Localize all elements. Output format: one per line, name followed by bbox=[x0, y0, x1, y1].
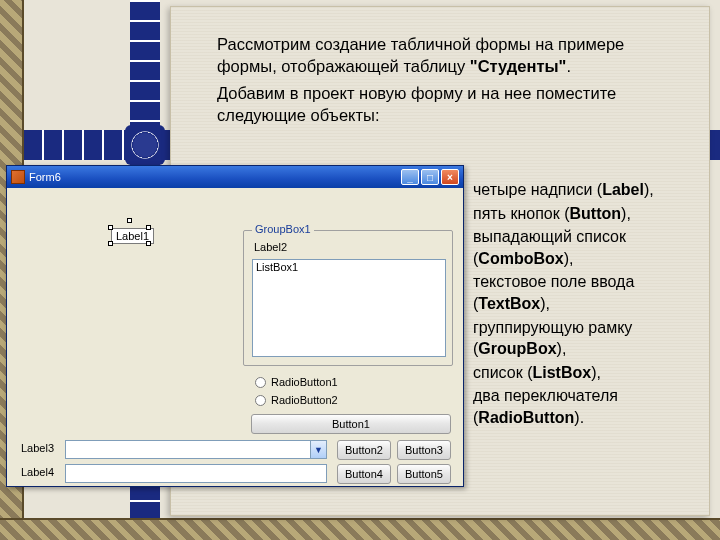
maximize-button[interactable]: □ bbox=[421, 169, 439, 185]
window-title: Form6 bbox=[29, 171, 399, 183]
listbox1[interactable]: ListBox1 bbox=[252, 259, 446, 357]
groupbox-legend: GroupBox1 bbox=[252, 223, 314, 235]
label2[interactable]: Label2 bbox=[254, 241, 287, 253]
radio-icon bbox=[255, 377, 266, 388]
label3[interactable]: Label3 bbox=[21, 442, 54, 454]
button1[interactable]: Button1 bbox=[251, 414, 451, 434]
bullet-item: пять кнопок (Button), bbox=[473, 203, 693, 225]
bullet-item: четыре надписи (Label), bbox=[473, 179, 693, 201]
decor-knot bbox=[125, 125, 165, 165]
bullet-item: список (ListBox), bbox=[473, 362, 693, 384]
intro-text-2: Добавим в проект новую форму и на нее по… bbox=[217, 82, 687, 127]
bullet-list: четыре надписи (Label), пять кнопок (But… bbox=[473, 179, 693, 431]
chevron-down-icon[interactable]: ▼ bbox=[310, 441, 326, 458]
bullet-item: выпадающий список (ComboBox), bbox=[473, 226, 693, 269]
form6-window: Form6 _ □ × Label1 GroupBox1 Label2 List… bbox=[6, 165, 464, 487]
bullet-item: текстовое поле ввода (TextBox), bbox=[473, 271, 693, 314]
form-client-area: Label1 GroupBox1 Label2 ListBox1 RadioBu… bbox=[7, 188, 463, 486]
close-button[interactable]: × bbox=[441, 169, 459, 185]
intro-text-1: Рассмотрим создание табличной формы на п… bbox=[217, 33, 687, 78]
titlebar[interactable]: Form6 _ □ × bbox=[7, 166, 463, 188]
button3[interactable]: Button3 bbox=[397, 440, 451, 460]
minimize-button[interactable]: _ bbox=[401, 169, 419, 185]
bullet-item: группирующую рамку (GroupBox), bbox=[473, 317, 693, 360]
textbox1[interactable] bbox=[65, 464, 327, 483]
selection-handle[interactable] bbox=[108, 241, 113, 246]
bullet-item: два переключателя (RadioButton). bbox=[473, 385, 693, 428]
decor-frame-bottom bbox=[0, 518, 720, 540]
button2[interactable]: Button2 bbox=[337, 440, 391, 460]
app-icon bbox=[11, 170, 25, 184]
combobox1[interactable]: ▼ bbox=[65, 440, 327, 459]
selection-handle[interactable] bbox=[146, 241, 151, 246]
radiobutton1[interactable]: RadioButton1 bbox=[255, 376, 338, 388]
selection-handle[interactable] bbox=[127, 218, 132, 223]
label4[interactable]: Label4 bbox=[21, 466, 54, 478]
radio-icon bbox=[255, 395, 266, 406]
button4[interactable]: Button4 bbox=[337, 464, 391, 484]
radiobutton2[interactable]: RadioButton2 bbox=[255, 394, 338, 406]
selection-handle[interactable] bbox=[146, 225, 151, 230]
groupbox1[interactable]: GroupBox1 Label2 ListBox1 bbox=[243, 230, 453, 366]
button5[interactable]: Button5 bbox=[397, 464, 451, 484]
selection-handle[interactable] bbox=[108, 225, 113, 230]
